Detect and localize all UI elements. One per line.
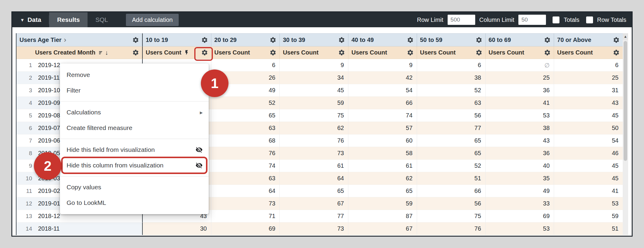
measure-cell[interactable]: 51 (417, 172, 486, 185)
measure-cell[interactable]: 49 (486, 185, 554, 197)
menu-item-go-to-lookml[interactable]: Go to LookML (60, 195, 209, 211)
tab-results[interactable]: Results (49, 12, 88, 27)
pivot-dimension-header-cell[interactable]: Users Age Tier› (16, 33, 143, 46)
measure-cell[interactable]: 75 (417, 210, 486, 223)
measure-cell[interactable]: 59 (348, 197, 417, 210)
pivot-column-gear-icon[interactable] (544, 37, 551, 43)
measure-cell[interactable]: 87 (348, 210, 417, 223)
measure-cell[interactable]: 66 (348, 97, 417, 109)
pivot-column-gear-icon[interactable] (476, 37, 482, 43)
measure-cell[interactable]: 64 (280, 172, 348, 185)
measure-field-gear-icon[interactable] (338, 49, 345, 56)
measure-cell[interactable]: 65 (348, 185, 417, 197)
measure-cell[interactable]: 61 (348, 160, 417, 172)
measure-cell[interactable]: 53 (554, 197, 623, 210)
measure-cell[interactable]: 76 (417, 223, 486, 235)
measure-cell[interactable]: 6 (211, 59, 280, 72)
measure-cell[interactable]: 25 (554, 72, 623, 84)
measure-cell[interactable]: 77 (417, 122, 486, 134)
menu-item-copy-values[interactable]: Copy values (60, 179, 209, 195)
measure-cell[interactable]: 76 (280, 134, 348, 147)
measure-cell[interactable]: 38 (417, 72, 486, 84)
measure-field-gear-icon[interactable] (270, 49, 276, 56)
pivot-column-gear-icon[interactable] (338, 37, 345, 43)
menu-item-filter[interactable]: Filter (60, 83, 209, 98)
measure-field-header[interactable]: Users Count (486, 46, 554, 59)
measure-cell[interactable]: 45 (554, 109, 623, 122)
measure-cell[interactable]: 63 (211, 172, 280, 185)
menu-item-create-filtered-measure[interactable]: Create filtered measure (60, 120, 209, 136)
measure-field-header[interactable]: Users Count (554, 46, 623, 59)
measure-cell[interactable]: 31 (554, 84, 623, 97)
measure-field-header[interactable]: Users Count (211, 46, 280, 59)
dimension-field-header-cell[interactable]: Users Created Month↓ (16, 46, 143, 59)
measure-cell[interactable]: 61 (280, 160, 348, 172)
measure-cell[interactable]: 59 (280, 97, 348, 109)
measure-cell[interactable]: 62 (280, 122, 348, 134)
pivot-column-header[interactable]: 20 to 29 (211, 33, 280, 46)
totals-checkbox[interactable] (553, 16, 559, 23)
pivot-column-header[interactable]: 70 or Above (554, 33, 623, 46)
measure-field-gear-icon[interactable] (613, 49, 620, 56)
measure-cell[interactable]: 56 (417, 197, 486, 210)
menu-item-hide-field[interactable]: Hide this field from visualization (60, 142, 209, 158)
measure-cell[interactable]: 46 (554, 147, 623, 160)
measure-cell[interactable]: 65 (417, 134, 486, 147)
measure-cell[interactable]: 6 (554, 59, 623, 72)
dimension-field-gear-icon[interactable] (132, 49, 139, 56)
measure-cell[interactable]: 76 (211, 147, 280, 160)
tab-data[interactable]: ▼ Data (12, 12, 49, 27)
scrollbar-thumb[interactable] (624, 41, 627, 161)
scroll-up-button[interactable]: ▲ (623, 33, 628, 40)
pivot-column-header[interactable]: 10 to 19 (143, 33, 211, 46)
measure-cell[interactable]: 58 (348, 147, 417, 160)
measure-cell[interactable]: 9 (348, 59, 417, 72)
measure-cell[interactable]: 9 (280, 59, 348, 72)
measure-cell[interactable]: 50 (554, 122, 623, 134)
measure-cell[interactable]: 65 (211, 109, 280, 122)
measure-cell[interactable]: 42 (348, 72, 417, 84)
menu-item-calculations[interactable]: Calculations ▸ (60, 105, 209, 120)
pivot-column-header[interactable]: 60 to 69 (486, 33, 554, 46)
vertical-scrollbar[interactable]: ▲ (623, 33, 628, 235)
measure-cell[interactable]: 75 (280, 109, 348, 122)
measure-cell[interactable]: 6 (417, 59, 486, 72)
measure-cell[interactable]: 43 (554, 97, 623, 109)
measure-cell[interactable]: 43 (486, 134, 554, 147)
measure-cell[interactable]: 34 (280, 72, 348, 84)
measure-cell[interactable]: 68 (211, 134, 280, 147)
measure-cell[interactable]: 41 (486, 97, 554, 109)
column-limit-input[interactable] (518, 15, 546, 25)
add-calculation-button[interactable]: Add calculation (126, 14, 179, 26)
measure-cell[interactable]: 51 (554, 223, 623, 235)
measure-cell[interactable]: 41 (554, 185, 623, 197)
measure-field-header[interactable]: Users Count (348, 46, 417, 59)
measure-cell[interactable]: 45 (554, 172, 623, 185)
pivot-column-header[interactable]: 30 to 39 (280, 33, 348, 46)
measure-field-gear-icon[interactable] (476, 49, 482, 56)
measure-cell[interactable]: 54 (554, 134, 623, 147)
pivot-column-gear-icon[interactable] (201, 37, 208, 43)
measure-cell[interactable]: 69 (211, 223, 280, 235)
measure-cell[interactable]: 52 (417, 160, 486, 172)
measure-cell[interactable]: 63 (417, 97, 486, 109)
pivot-column-gear-icon[interactable] (407, 37, 414, 43)
measure-cell[interactable]: 59 (554, 210, 623, 223)
measure-cell[interactable]: 73 (280, 223, 348, 235)
pivot-column-gear-icon[interactable] (613, 37, 620, 43)
measure-cell[interactable]: 64 (211, 185, 280, 197)
measure-cell[interactable]: 52 (211, 97, 280, 109)
measure-cell[interactable]: 69 (486, 210, 554, 223)
row-limit-input[interactable] (448, 15, 475, 25)
measure-cell[interactable]: 45 (280, 84, 348, 97)
menu-item-remove[interactable]: Remove (60, 67, 209, 83)
measure-cell[interactable]: 65 (417, 147, 486, 160)
measure-field-header[interactable]: Users Count (280, 46, 348, 59)
measure-cell[interactable]: 35 (486, 172, 554, 185)
measure-cell[interactable]: 63 (211, 122, 280, 134)
measure-cell[interactable]: 67 (348, 223, 417, 235)
pivot-column-header[interactable]: 40 to 49 (348, 33, 417, 46)
measure-cell[interactable]: ∅ (486, 59, 554, 72)
row-totals-checkbox[interactable] (586, 16, 593, 23)
measure-cell[interactable]: 36 (486, 147, 554, 160)
